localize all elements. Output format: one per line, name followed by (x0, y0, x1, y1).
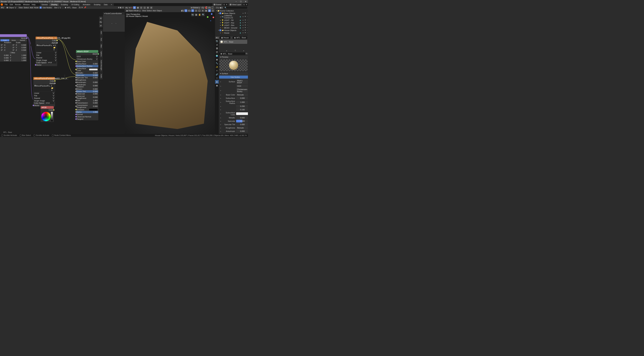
bsdf-row-normal[interactable]: Normal (76, 113, 98, 116)
rgb-node[interactable]: ▾ RGB Color (40, 106, 54, 122)
prop-tab-data[interactable]: ▽ (215, 76, 219, 80)
mapping-min-x[interactable]: 0.000 (0, 54, 9, 57)
side-header[interactable]: ▾ NodeCustomBuilder (103, 12, 125, 15)
tree-row-house[interactable]: ▸▽House◉◂👁▫📷 (215, 32, 248, 34)
bsdf-row-subsurface-color[interactable]: Subsurface Color (76, 67, 98, 72)
surface-row-sub[interactable]: ▸0.100○ (219, 108, 248, 111)
pin-button[interactable]: 📌 (84, 7, 86, 9)
use-nodes-button[interactable]: Use Nodes (219, 76, 248, 79)
prop-tab-physics[interactable]: ⚛ (215, 69, 219, 73)
mapping-tab-vector[interactable]: Vector (9, 39, 18, 41)
vert-tab-item[interactable]: Item (100, 29, 103, 36)
prop-breadcrumb-obj[interactable]: ▦ House (220, 37, 230, 39)
vp-snap-3[interactable]: ◫ (143, 6, 146, 9)
mapping-min-y[interactable]: 0.000 (0, 57, 9, 59)
vp-shading-lookdev[interactable]: ◉ (205, 9, 208, 12)
gizmo-x[interactable]: X (212, 17, 214, 18)
material-dropdown[interactable]: ◉ MTL - Base (63, 6, 78, 9)
vp-proportional[interactable]: 〰⋁ (212, 6, 214, 9)
bsdf-row-emission[interactable]: Emission (76, 108, 98, 111)
tree-row-light-rim[interactable]: ▸💡LIGHT - Rim◉◂👁▫📷 (215, 24, 248, 27)
mapping-rot-x[interactable]: X:0° (3, 44, 15, 46)
tex2-title[interactable]: ▾ WoodPlankedParisianOak001_COL_6... (33, 77, 55, 80)
menu-edit[interactable]: Edit (9, 4, 14, 6)
rgb-title[interactable]: ▾ RGB (40, 106, 54, 109)
tree-row-base-objects[interactable]: ▾📁Base Objects◂👁▫📷 (215, 12, 248, 15)
bsdf-sss-method[interactable]: Christensen-Burley⋁ (76, 58, 98, 60)
vp-editor-type[interactable]: ⊞⋁ (126, 7, 128, 9)
bsdf-row-metallic[interactable]: Metallic:0.000 (76, 72, 98, 74)
mapping-min-z[interactable]: 0.000 (0, 59, 9, 62)
prop-tab-particles[interactable]: ✨ (215, 65, 219, 69)
tree-row-mesh-ground[interactable]: ▸▽MESH - Ground◉◂👁▫📷 (215, 27, 248, 29)
surface-row-sub[interactable]: ▸0.200○ (219, 105, 248, 108)
material-slot[interactable]: MTL - Base (220, 40, 247, 44)
editor-type-button[interactable]: ⊞⋁ (1, 7, 4, 9)
surface-row-roughness[interactable]: ▸RoughnessReroute○ (219, 126, 248, 130)
tree-row-light-fill[interactable]: ▸💡LIGHT - Fill◉◂👁▫📷 (215, 19, 248, 22)
prop-tab-material[interactable]: ◉ (215, 80, 219, 84)
vp-menu-select[interactable]: Select (147, 10, 152, 12)
vp-overlays-a[interactable]: ◉⋁ (181, 9, 184, 12)
node-menu-add[interactable]: Add (30, 7, 33, 9)
tex1-title[interactable]: ▾ WoodPlankedParis...1_COL_6K.jpg.001 (36, 37, 57, 39)
mapping-rot-z[interactable]: Z:0° (3, 49, 15, 51)
vp-pivot[interactable]: ⊙⋁ (202, 6, 204, 9)
node-tool-a[interactable]: ⊞ (99, 17, 102, 20)
mapping-max-y[interactable]: Y1.000 (9, 57, 27, 59)
workspace-sculpting[interactable]: Sculpting (59, 3, 70, 6)
gizmo-neg-z[interactable] (210, 20, 211, 21)
tex2-interp[interactable]: Linear⋁ (33, 92, 55, 94)
workspace-scripting[interactable]: Scripting (92, 3, 102, 6)
workspace-uv[interactable]: UV Editing (70, 3, 81, 6)
close-button[interactable]: ✕ (244, 1, 247, 3)
mat-list-nav[interactable]: ⠿ (234, 50, 236, 52)
scene-delete-button[interactable]: ✕ (226, 4, 227, 6)
workspace-animation[interactable]: Animation (81, 3, 92, 6)
vp-mode[interactable]: ▦ Object Mode ⋁ (126, 10, 142, 12)
mapping-scale-z[interactable]: Z0.500 (15, 49, 27, 51)
vp-shading-dropdown[interactable]: ⋁ (212, 9, 214, 12)
node-menu-view[interactable]: View (19, 7, 23, 9)
surface-row-subsurface-color[interactable]: ▸Subsurface Color ○ (219, 111, 248, 116)
vp-play-button[interactable]: ▶ (133, 6, 136, 9)
gizmo-z[interactable]: Z (211, 13, 212, 15)
sidepanel-controls[interactable]: ◂▸ (103, 15, 125, 32)
vert-tab-node[interactable]: Node (100, 72, 103, 80)
tex2-image-field[interactable]: 🖼 WoodPlankedPa...▾ 📁✕ (34, 85, 55, 92)
preview-header[interactable]: ▾ Preview (219, 56, 248, 59)
bsdf-row-clearcoat-roughness[interactable]: Clearcoat Roughness:0.030 (76, 95, 98, 99)
mapping-max-z[interactable]: Z1.000 (9, 59, 27, 62)
prop-tab-scene[interactable]: 🎬 (215, 50, 219, 54)
image-texture-node-1[interactable]: ▾ WoodPlankedParis...1_COL_6K.jpg.001 Co… (36, 37, 57, 66)
bsdf-row-sheen-tint[interactable]: Sheen Tint:0.500 (76, 90, 98, 93)
vp-orientation[interactable]: ⊕ Global ⋁ (190, 7, 201, 9)
workspace-shading[interactable]: Shading (50, 3, 59, 6)
bsdf-row-roughness[interactable]: Roughness (76, 79, 98, 81)
prop-tab-render[interactable]: 📷 (215, 39, 219, 43)
mapping-max-x[interactable]: X1.000 (9, 54, 27, 57)
vp-overlays-b[interactable]: ⊚ (191, 9, 194, 12)
tex1-interp[interactable]: Linear⋁ (36, 51, 57, 54)
menu-render[interactable]: Render (14, 4, 22, 6)
mapping-scale-x[interactable]: X0.500 (15, 44, 27, 46)
vp-cursor-icon[interactable]: ⊕ (129, 7, 130, 9)
tex2-colorspace[interactable]: Color SpacesRGB (33, 102, 55, 104)
tree-row-house-objects[interactable]: ▾📁House Objects◂👁▫📷 (215, 29, 248, 32)
bsdf-row-ior[interactable]: IOR:1.450 (76, 99, 98, 102)
menu-window[interactable]: Window (22, 4, 31, 6)
mapping-loc-z[interactable]: 0° (0, 49, 3, 51)
node-menu-select[interactable]: Select (24, 7, 29, 9)
prop-tab-viewlayer[interactable]: 🖼 (215, 47, 219, 50)
tex2-source[interactable]: Single Image⋁ (33, 99, 55, 102)
prop-editor-type[interactable]: ⊞⋁ (216, 37, 219, 39)
vp-menu-object[interactable]: Object (156, 10, 162, 12)
surface-row-metallic[interactable]: ▸Metallic0.000○ (219, 116, 248, 119)
workspace-add[interactable]: + (110, 3, 114, 6)
vp-snap-toggle[interactable]: 🧲 (205, 6, 208, 9)
workspace-data[interactable]: Data (102, 3, 109, 6)
vp-nav-camera[interactable]: 📷 (191, 13, 194, 16)
surface-row-base-color[interactable]: ▸Base ColorReroute○ (219, 93, 248, 97)
bsdf-row-alpha[interactable]: Alpha:1.000 (76, 111, 98, 113)
bsdf-row-specular-tint[interactable]: Specular Tint:0.000 (76, 76, 98, 79)
